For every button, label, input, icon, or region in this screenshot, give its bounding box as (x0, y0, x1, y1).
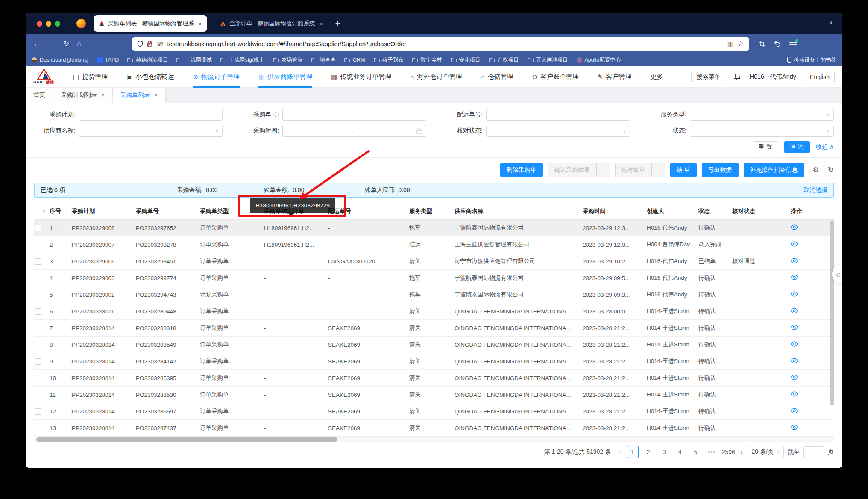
window-controls[interactable] (37, 21, 60, 27)
current-user[interactable]: H016 - 代伟Andy (749, 73, 796, 81)
prev-page-icon[interactable]: ‹ (618, 449, 623, 455)
column-header[interactable]: 创建人 (647, 207, 694, 215)
row-checkbox[interactable] (35, 258, 41, 265)
page-button[interactable]: 5 (690, 446, 702, 458)
confirm-purchase-qty-more-button[interactable]: ··· (597, 163, 610, 177)
row-checkbox[interactable] (35, 308, 41, 315)
page-button[interactable]: 1 (627, 446, 639, 458)
table-row[interactable]: 6PP20230328011PO2303289448订单采购单--清关QINGD… (34, 303, 834, 320)
view-icon[interactable] (791, 341, 798, 347)
page-tab-purchase-plan-list[interactable]: 采购计划列表× (53, 88, 113, 103)
check-status-select[interactable]: ∨ (486, 125, 630, 137)
search-button[interactable]: 查 询 (784, 141, 810, 153)
view-icon[interactable] (791, 291, 798, 297)
row-checkbox[interactable] (35, 242, 41, 248)
table-row[interactable]: 9PP20230328014PO2303284142订单采购单-SEAKE206… (34, 353, 834, 370)
close-window-icon[interactable] (37, 21, 42, 27)
page-button[interactable]: 3 (658, 446, 670, 458)
column-header[interactable]: 服务类型 (409, 207, 455, 215)
table-row[interactable]: 7PP20230328014PO2303288318订单采购单-SEAKE206… (34, 320, 834, 337)
permissions-icon[interactable] (157, 41, 164, 47)
nav-item[interactable]: 更多··· (651, 66, 670, 88)
service-type-select[interactable]: ∨ (690, 109, 834, 121)
nav-item[interactable]: ✎客户管理 (598, 66, 632, 88)
column-header[interactable]: 状态 (694, 207, 732, 215)
column-header[interactable]: 采购时间 (583, 207, 647, 215)
delivery-no-input[interactable] (486, 109, 630, 121)
browser-tab-all-orders[interactable]: 全部订单 - 赫德国际物流订舱系统 × (215, 15, 328, 32)
view-icon[interactable] (791, 375, 798, 380)
tab-list-chevron-icon[interactable]: ∨ (829, 19, 833, 26)
page-button[interactable]: 2 (642, 446, 654, 458)
row-checkbox[interactable] (35, 392, 41, 398)
mobile-bookmarks[interactable]: 移动设备上的书签 (787, 56, 836, 64)
minimize-window-icon[interactable] (46, 21, 51, 27)
delete-purchase-order-button[interactable]: 删除采购单 (500, 163, 543, 177)
status-select[interactable]: ∨ (690, 125, 834, 137)
close-tab-icon[interactable]: × (155, 92, 158, 98)
bookmark-item[interactable]: 地查查 (311, 56, 336, 64)
forward-icon[interactable]: → (48, 40, 56, 48)
next-page-icon[interactable]: › (739, 449, 744, 455)
reload-icon[interactable]: ↻ (63, 39, 69, 48)
firefox-icon[interactable] (76, 19, 86, 28)
bookmark-item[interactable]: 土流网stg/线上 (220, 56, 264, 64)
check-bill-button[interactable]: 核对账单 (615, 163, 652, 177)
row-checkbox[interactable] (35, 225, 41, 231)
table-row[interactable]: 4PP20230329003PO2303299774订单采购单--拖车宁波航泰国… (34, 270, 834, 286)
new-tab-button[interactable]: + (335, 18, 340, 29)
browser-tab-purchase-list[interactable]: 采购单列表 - 赫德国际物流管理系 × (94, 15, 207, 32)
purchase-time-daterange[interactable]: → (282, 125, 426, 137)
view-icon[interactable] (791, 224, 798, 230)
close-tab-icon[interactable]: × (101, 92, 105, 98)
page-button[interactable]: 4 (674, 446, 686, 458)
back-icon[interactable]: ← (33, 40, 41, 48)
undo-icon[interactable] (774, 41, 781, 47)
column-header[interactable]: 序号 (50, 207, 72, 215)
row-checkbox[interactable] (35, 292, 41, 298)
hart-logo[interactable]: HART赫德 (33, 69, 54, 85)
bookmark-star-icon[interactable]: ☆ (737, 39, 744, 48)
screenshot-crop-icon[interactable] (759, 41, 765, 47)
bookmark-item[interactable]: 土流网测试 (176, 56, 212, 64)
close-tab-icon[interactable]: × (198, 20, 202, 27)
bookmark-item[interactable]: 五大连池项目 (528, 56, 568, 64)
page-size-select[interactable]: 20 条/页∨ (748, 446, 784, 458)
language-button[interactable]: English (805, 71, 835, 83)
view-icon[interactable] (791, 408, 798, 413)
shield-icon[interactable] (137, 41, 143, 47)
row-checkbox[interactable] (35, 358, 41, 365)
home-icon[interactable]: ⌂ (77, 40, 81, 48)
bookmark-item[interactable]: 赫德物流项目 (127, 56, 168, 64)
view-icon[interactable] (791, 308, 798, 313)
view-icon[interactable] (791, 325, 798, 330)
supplier-name-select[interactable]: ∨ (79, 125, 223, 137)
bell-icon[interactable] (734, 73, 741, 80)
bookmark-item[interactable]: 数字乡村 (412, 56, 442, 64)
bookmark-item[interactable]: 安化项目 (451, 56, 481, 64)
insecure-lock-icon[interactable] (147, 41, 153, 47)
bookmark-item[interactable]: TAPD (97, 57, 119, 63)
refresh-icon[interactable]: ↻ (828, 165, 834, 174)
view-icon[interactable] (791, 258, 798, 263)
table-row[interactable]: 3PP20230329006PO2303293451订单采购单-CNNGAX23… (34, 253, 834, 270)
view-icon[interactable] (791, 241, 798, 247)
maximize-window-icon[interactable] (55, 21, 60, 27)
column-header[interactable]: 供应商名称 (455, 207, 583, 215)
page-button[interactable]: 2596 (721, 446, 736, 458)
row-checkbox[interactable] (35, 425, 41, 431)
table-row[interactable]: 2PP20230329007PO2303293278订单采购单H18091969… (34, 236, 834, 253)
cancel-selection-link[interactable]: 取消选择 (803, 186, 827, 194)
table-row[interactable]: 11PP20230328014PO2303288530订单采购单-SEAKE20… (34, 387, 834, 403)
row-checkbox[interactable] (35, 325, 41, 331)
view-icon[interactable] (791, 425, 798, 430)
collapse-filters-link[interactable]: 收起 ∧ (816, 143, 834, 151)
row-checkbox[interactable] (35, 375, 41, 381)
select-all-checkbox[interactable] (35, 208, 41, 214)
supplement-instruction-button[interactable]: 补充操作指令信息 (744, 163, 804, 177)
nav-item[interactable]: ▥供应商账单管理 (258, 66, 312, 88)
row-checkbox[interactable] (35, 408, 41, 415)
nav-item[interactable]: ▤提货管理 (73, 66, 108, 88)
table-row[interactable]: 13PP20230328014PO2303287437订单采购单-SEAKE20… (34, 420, 834, 437)
bookmark-item[interactable]: Apollo配置中心 (577, 56, 621, 64)
